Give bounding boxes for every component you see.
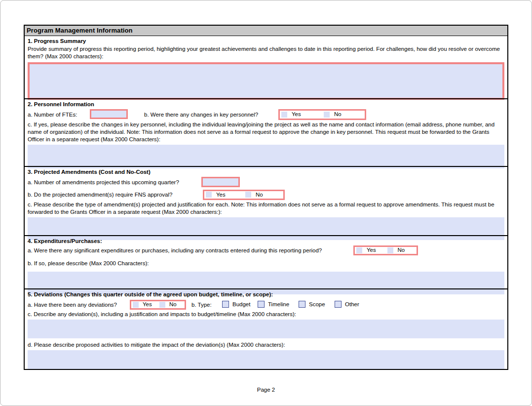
- deviation-type-budget[interactable]: Budget: [222, 301, 250, 308]
- ftes-input[interactable]: [90, 109, 128, 119]
- key-personnel-no-option[interactable]: No: [322, 111, 365, 119]
- section2-c-description: c. If yes, please describe the changes i…: [28, 121, 504, 143]
- yes-option-label: Yes: [292, 111, 301, 118]
- deviation-type-label: b. Type:: [191, 301, 212, 309]
- checkbox-icon[interactable]: [281, 112, 287, 118]
- deviation-type-scope[interactable]: Scope: [299, 301, 325, 308]
- amendments-count-input[interactable]: [201, 177, 240, 187]
- no-option-label: No: [169, 301, 177, 308]
- checkbox-icon[interactable]: [356, 247, 362, 253]
- section4-title: 4. Expenditures/Purchases:: [28, 238, 504, 245]
- budget-checkbox-label: Budget: [232, 301, 250, 308]
- section5-c-label: c. Describe any deviation(s), including …: [28, 311, 504, 318]
- yes-option-label: Yes: [216, 191, 226, 199]
- section2-title: 2. Personnel Information: [28, 101, 504, 108]
- fns-approval-yes-no-group: Yes No: [203, 190, 285, 200]
- page-number: Page 2: [0, 387, 532, 393]
- program-management-form: Program Management Information 1. Progre…: [24, 25, 508, 370]
- expenditures-yes-no-group: Yes No: [353, 245, 418, 255]
- scope-checkbox-label: Scope: [309, 301, 325, 308]
- section-personnel-information: 2. Personnel Information a. Number of FT…: [25, 98, 507, 166]
- deviations-no-option[interactable]: No: [158, 301, 185, 308]
- section-expenditures-purchases: 4. Expenditures/Purchases: a. Were there…: [25, 235, 507, 288]
- deviations-yes-option[interactable]: Yes: [131, 301, 158, 308]
- fns-approval-yes-option[interactable]: Yes: [204, 191, 244, 199]
- key-personnel-question-label: b. Were there any changes in key personn…: [144, 111, 258, 119]
- key-personnel-yes-option[interactable]: Yes: [280, 111, 322, 119]
- section1-title: 1. Progress Summary: [28, 38, 504, 45]
- yes-option-label: Yes: [367, 246, 376, 254]
- expenditures-yes-option[interactable]: Yes: [355, 247, 386, 254]
- deviations-question-label: a. Have there been any deviations?: [28, 301, 117, 309]
- yes-option-label: Yes: [143, 301, 152, 308]
- checkbox-icon[interactable]: [258, 301, 265, 308]
- no-option-label: No: [334, 111, 342, 118]
- section5-d-label: d. Please describe proposed activities t…: [28, 341, 504, 349]
- checkbox-icon[interactable]: [335, 301, 342, 308]
- deviation-type-other[interactable]: Other: [335, 301, 359, 308]
- expenditures-question-label: a. Were there any significant expenditur…: [28, 247, 322, 254]
- section4-b-label: b. If so, please describe (Max 2000 Char…: [28, 260, 504, 267]
- progress-summary-textarea[interactable]: [28, 62, 504, 100]
- deviations-yes-no-group: Yes No: [130, 300, 186, 310]
- expenditures-no-option[interactable]: No: [386, 247, 417, 254]
- deviation-description-textarea[interactable]: [28, 320, 504, 338]
- fns-approval-no-option[interactable]: No: [244, 191, 283, 199]
- section-deviations: 5. Deviations (Changes this quarter outs…: [25, 288, 507, 369]
- checkbox-icon[interactable]: [222, 301, 229, 308]
- checkbox-icon[interactable]: [133, 302, 139, 308]
- form-section-header: Program Management Information: [25, 26, 507, 36]
- section5-title: 5. Deviations (Changes this quarter outs…: [28, 291, 504, 298]
- key-personnel-changes-textarea[interactable]: [28, 145, 504, 168]
- ftes-label: a. Number of FTEs:: [28, 111, 77, 119]
- deviation-type-timeline[interactable]: Timeline: [258, 301, 289, 308]
- section-progress-summary: 1. Progress Summary Provide summary of p…: [25, 36, 507, 98]
- key-personnel-yes-no-group: Yes No: [278, 109, 366, 120]
- amendments-count-label: a. Number of amendments projected this u…: [28, 179, 179, 186]
- checkbox-icon[interactable]: [159, 302, 165, 308]
- section1-description: Provide summary of progress this reporti…: [28, 45, 504, 60]
- section-projected-amendments: 3. Projected Amendments (Cost and No-Cos…: [25, 166, 507, 235]
- section3-c-description: c. Please describe the type of amendment…: [28, 201, 504, 216]
- no-option-label: No: [398, 246, 405, 254]
- checkbox-icon[interactable]: [245, 192, 251, 198]
- no-option-label: No: [256, 191, 263, 199]
- section3-title: 3. Projected Amendments (Cost and No-Cos…: [28, 168, 504, 176]
- timeline-checkbox-label: Timeline: [268, 301, 289, 308]
- checkbox-icon[interactable]: [206, 192, 212, 198]
- checkbox-icon[interactable]: [299, 301, 305, 308]
- fns-approval-question-label: b. Do the projected amendment(s) require…: [28, 191, 172, 199]
- checkbox-icon[interactable]: [324, 112, 330, 118]
- other-checkbox-label: Other: [345, 301, 359, 308]
- checkbox-icon[interactable]: [387, 247, 393, 253]
- mitigation-activities-textarea[interactable]: [28, 350, 504, 369]
